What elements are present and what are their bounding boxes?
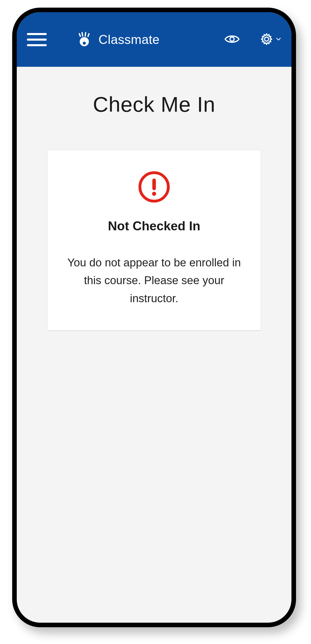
svg-rect-1 xyxy=(78,33,81,37)
svg-point-9 xyxy=(152,192,156,196)
svg-rect-4 xyxy=(87,33,90,37)
menu-button[interactable] xyxy=(27,30,47,50)
hamburger-line xyxy=(27,33,47,35)
phone-frame: Classmate xyxy=(12,8,296,627)
app-logo-icon xyxy=(76,31,92,48)
page-title: Check Me In xyxy=(93,92,216,117)
svg-point-6 xyxy=(265,37,269,41)
svg-rect-2 xyxy=(81,32,83,37)
svg-point-5 xyxy=(230,37,234,41)
eye-icon xyxy=(225,34,239,45)
brand: Classmate xyxy=(76,31,215,48)
svg-rect-3 xyxy=(85,32,86,37)
status-heading: Not Checked In xyxy=(108,219,200,233)
content-area: Check Me In Not Checked In You do not ap… xyxy=(17,67,291,330)
app-title: Classmate xyxy=(99,32,160,47)
chevron-down-icon xyxy=(276,36,281,43)
status-card: Not Checked In You do not appear to be e… xyxy=(47,150,261,330)
gear-icon xyxy=(260,33,273,47)
status-message: You do not appear to be enrolled in this… xyxy=(60,254,248,307)
hamburger-line xyxy=(27,39,47,41)
visibility-button[interactable] xyxy=(224,32,240,47)
settings-button[interactable] xyxy=(260,33,281,47)
header-actions xyxy=(224,32,281,47)
header-bar: Classmate xyxy=(17,12,291,67)
stage: Classmate xyxy=(0,0,311,644)
svg-rect-8 xyxy=(152,179,156,190)
alert-icon xyxy=(138,170,171,203)
hamburger-line xyxy=(27,44,47,46)
